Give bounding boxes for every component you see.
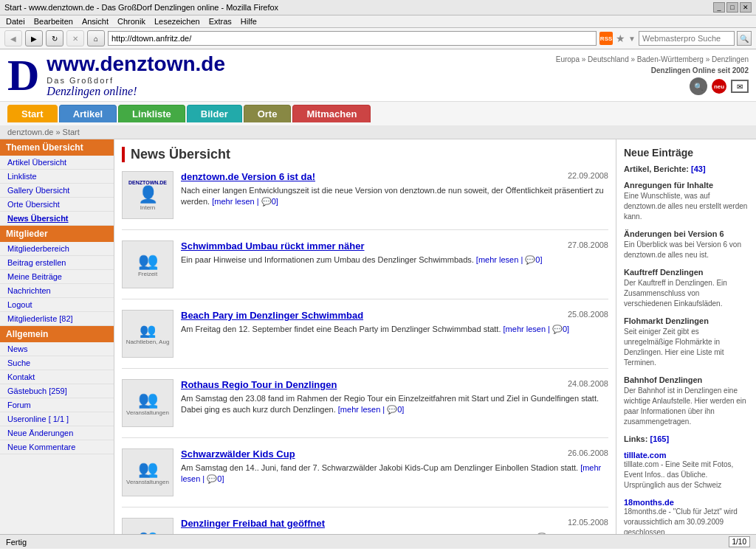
sidebar-item-meine-beitrage[interactable]: Meine Beiträge xyxy=(0,270,114,284)
anregungen-text: Eine Wunschliste, was auf denztown.de al… xyxy=(624,191,749,222)
rss-icon[interactable]: RSS xyxy=(599,32,613,45)
tab-orte[interactable]: Orte xyxy=(244,105,292,122)
sidebar-item-neue-anderungen[interactable]: Neue Änderungen xyxy=(0,426,114,440)
tilllate-title[interactable]: tilllate.com xyxy=(624,451,749,460)
right-section-flohmarkt: Flohmarkt Denzlingen Seit einiger Zeit g… xyxy=(624,316,749,368)
news-body-4: Rothaus Regio Tour in Denzlingen 24.08.2… xyxy=(181,379,608,427)
tab-mitmachen[interactable]: Mitmachen xyxy=(292,105,371,122)
sidebar-item-neue-kommentare[interactable]: Neue Kommentare xyxy=(0,440,114,454)
kauftreff-text: Der Kauftreff in Denzlingen. Ein Zusamme… xyxy=(624,278,749,309)
sidebar-item-logout[interactable]: Logout xyxy=(0,298,114,312)
sidebar-item-suche[interactable]: Suche xyxy=(0,356,114,370)
search-icon[interactable]: 🔍 xyxy=(690,77,707,95)
news-title-1[interactable]: denztown.de Version 6 ist da! xyxy=(181,171,315,182)
news-title-2[interactable]: Schwimmbad Umbau rückt immer näher xyxy=(181,240,365,252)
news-text-6: Seit Freitag (9. Mai) hat das Denzlinger… xyxy=(181,532,608,534)
window-controls[interactable]: _ □ ✕ xyxy=(713,2,752,13)
news-thumb-2: 👥 Freizeit xyxy=(122,240,173,288)
news-more-6[interactable]: [mehr lesen | 💬1] xyxy=(488,533,554,534)
menu-lesezeichen[interactable]: Lesezeichen xyxy=(154,17,200,26)
site-logo: www.denztown.de Das Großdorf Denzlingen … xyxy=(47,52,225,98)
tagline-right: Denzlingen Online seit 2002 xyxy=(651,66,749,74)
browser-toolbar: ◀ ▶ ↻ ✕ ⌂ RSS ★ ▼ 🔍 xyxy=(0,28,756,49)
menu-chronik[interactable]: Chronik xyxy=(117,17,145,26)
sidebar-item-forum[interactable]: Forum xyxy=(0,398,114,412)
news-body-3: Beach Pary im Denzlinger Schwimmbad 25.0… xyxy=(181,310,608,358)
news-more-5[interactable]: [mehr lesen | 💬0] xyxy=(181,463,601,483)
news-text-5: Am Samstag den 14.. Juni, fand der 7. Sc… xyxy=(181,462,608,485)
site-header: D www.denztown.de Das Großdorf Denzlinge… xyxy=(0,49,756,102)
tab-artikel[interactable]: Artikel xyxy=(59,105,117,122)
right-sidebar: Neue Einträge Artikel, Berichte: [43] An… xyxy=(616,139,756,534)
tab-start[interactable]: Start xyxy=(7,105,58,122)
news-header-2: Schwimmbad Umbau rückt immer näher 27.08… xyxy=(181,240,608,252)
news-thumb-1: DENZTOWN.DE 👤 Intern xyxy=(122,171,173,219)
sidebar-item-beitrag-erstellen[interactable]: Beitrag erstellen xyxy=(0,256,114,270)
sidebar-item-news[interactable]: News xyxy=(0,342,114,356)
news-thumb-3: 👥 Nachtleben, Aug xyxy=(122,310,173,358)
anderungen-title: Änderungen bei Version 6 xyxy=(624,229,749,238)
minimize-button[interactable]: _ xyxy=(713,2,725,13)
maximize-button[interactable]: □ xyxy=(726,2,738,13)
news-more-1[interactable]: [mehr lesen | 💬0] xyxy=(212,197,278,206)
sidebar-item-mitgliederliste[interactable]: Mitgliederliste [82] xyxy=(0,312,114,326)
stop-button[interactable]: ✕ xyxy=(66,30,84,46)
arrow-icon[interactable]: ▼ xyxy=(628,35,636,43)
menu-datei[interactable]: Datei xyxy=(6,17,25,26)
sidebar-item-useronline[interactable]: Useronline [ 1/1 ] xyxy=(0,412,114,426)
logo-sub: Das Großdorf xyxy=(47,76,225,85)
sidebar-item-artikel-ubersicht[interactable]: Artikel Übersicht xyxy=(0,156,114,170)
bookmark-star-icon[interactable]: ★ xyxy=(616,32,625,44)
close-button[interactable]: ✕ xyxy=(740,2,752,13)
menu-ansicht[interactable]: Ansicht xyxy=(82,17,109,26)
bahnhof-text: Der Bahnhof ist in Denzlingen eine wicht… xyxy=(624,386,749,427)
kauftreff-title: Kauftreff Denzlingen xyxy=(624,268,749,277)
right-section-kauftreff: Kauftreff Denzlingen Der Kauftreff in De… xyxy=(624,268,749,309)
links-count[interactable]: [165] xyxy=(650,434,669,443)
menu-bearbeiten[interactable]: Bearbeiten xyxy=(34,17,73,26)
links-label: Links: xyxy=(624,434,647,443)
news-title-5[interactable]: Schwarzwälder Kids Cup xyxy=(181,448,295,460)
sidebar-item-mitgliederbereich[interactable]: Mitgliederbereich xyxy=(0,242,114,256)
news-title-6[interactable]: Denzlinger Freibad hat geöffnet xyxy=(181,518,325,529)
menu-extras[interactable]: Extras xyxy=(209,17,232,26)
news-more-3[interactable]: [mehr lesen | 💬0] xyxy=(504,325,570,333)
search-input[interactable] xyxy=(639,31,735,46)
right-sidebar-title: Neue Einträge xyxy=(624,147,749,159)
sidebar-item-orte-ubersicht[interactable]: Orte Übersicht xyxy=(0,198,114,212)
news-title-4[interactable]: Rothaus Regio Tour in Denzlingen xyxy=(181,379,337,390)
reload-button[interactable]: ↻ xyxy=(46,30,63,46)
mail-icon[interactable]: ✉ xyxy=(731,80,749,93)
search-button[interactable]: 🔍 xyxy=(737,31,752,46)
sidebar-item-nachrichten[interactable]: Nachrichten xyxy=(0,284,114,298)
18months-title[interactable]: 18months.de xyxy=(624,498,749,507)
breadcrumb-top: Europa » Deutschland » Baden-Württemberg… xyxy=(556,55,749,63)
menu-hilfe[interactable]: Hilfe xyxy=(241,17,257,26)
nav-tabs: Start Artikel Linkliste Bilder Orte Mitm… xyxy=(0,102,756,125)
tab-bilder[interactable]: Bilder xyxy=(187,105,242,122)
right-section-bahnhof: Bahnhof Denzlingen Der Bahnhof ist in De… xyxy=(624,375,749,427)
page-counter: 1/10 xyxy=(729,536,750,547)
home-button[interactable]: ⌂ xyxy=(87,30,105,46)
news-more-4[interactable]: [mehr lesen | 💬0] xyxy=(338,405,405,414)
bahnhof-title: Bahnhof Denzlingen xyxy=(624,375,749,384)
sidebar-item-linkliste[interactable]: Linkliste xyxy=(0,170,114,184)
back-button[interactable]: ◀ xyxy=(4,30,22,46)
forward-button[interactable]: ▶ xyxy=(25,30,43,46)
right-links-header: Links: [165] xyxy=(624,434,749,443)
sidebar-item-gastebuch[interactable]: Gästebuch [259] xyxy=(0,384,114,398)
news-more-2[interactable]: [mehr lesen | 💬0] xyxy=(476,255,543,264)
right-section-anderungen: Änderungen bei Version 6 Ein Überblick w… xyxy=(624,229,749,260)
tab-linkliste[interactable]: Linkliste xyxy=(118,105,185,122)
main-content: News Übersicht DENZTOWN.DE 👤 Intern denz… xyxy=(114,139,616,534)
news-title-3[interactable]: Beach Pary im Denzlinger Schwimmbad xyxy=(181,310,363,321)
news-item: 👥 Freizeit Schwimmbad Umbau rückt immer … xyxy=(122,240,608,299)
news-body-1: denztown.de Version 6 ist da! 22.09.2008… xyxy=(181,171,608,219)
title-bar: Start - www.denztown.de - Das GroßDorf D… xyxy=(0,0,756,15)
sidebar-item-news-ubersicht[interactable]: News Übersicht xyxy=(0,212,114,226)
sidebar-item-kontakt[interactable]: Kontakt xyxy=(0,370,114,384)
right-articles-section: Artikel, Berichte: [43] xyxy=(624,164,749,173)
articles-count[interactable]: [43] xyxy=(691,164,706,173)
sidebar-item-gallery-ubersicht[interactable]: Gallery Übersicht xyxy=(0,184,114,198)
address-input[interactable] xyxy=(108,31,597,46)
